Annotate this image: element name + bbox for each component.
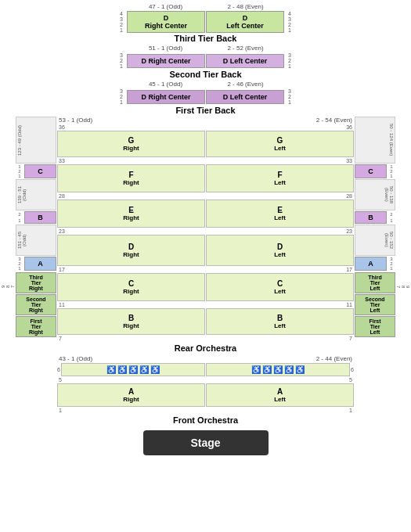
right-section-C[interactable]: C [355,164,387,178]
third-tier-rc-name: D [134,14,198,22]
section-G-right[interactable]: G Right [57,131,205,157]
left-section-A[interactable]: A [24,257,56,271]
first-tier-rc-name: D Right Center [134,93,198,101]
left-side-sections: 123 - 49 (Odd) 121 C 139 - 51 (Odd) 21 B [16,117,56,457]
rear-odd-label: 43 - 1 (Odd) [59,355,92,362]
rear-even-label: 2 - 44 (Even) [316,355,352,362]
first-tier-lc-name: D Left Center [213,93,277,101]
second-tier-even-label: 2 - 52 (Even) [207,45,285,52]
third-tier-rc-sub: Right Center [134,22,198,30]
right-section-A[interactable]: A [355,257,387,271]
main-orchestra-area: 3635343332313029282726252423222120191817… [4,117,407,457]
right-even-label-2: 50 - 138 (Even) [355,179,395,210]
wc-icon-3 [128,365,138,374]
right-side-sections: 50 - 124 (Even) C 121 50 - 138 (Even) B [355,117,395,457]
section-B-right[interactable]: B Right [57,308,205,335]
section-D-row: D Right D Left [57,235,354,266]
second-tier-right: SecondTierRight [16,294,56,315]
left-row-numbers: 3635343332313029282726252423222120191817… [4,117,15,457]
section-A-left[interactable]: A Left [206,383,354,407]
first-tier-right: FirstTierRight [16,316,56,337]
third-tier-back: 47 - 1 (Odd) 2 - 48 (Even) 4321 D Right … [4,3,407,43]
third-tier-lc-name: D [213,14,277,22]
left-odd-label-3: 151 - 45 (Odd) [16,225,56,256]
right-row-numbers: 3635343332313029282726252423222120191817… [396,117,407,457]
wc-icon-4 [139,365,149,374]
third-tier-lc-sub: Left Center [213,22,277,30]
section-E-right[interactable]: E Right [57,200,205,228]
left-odd-label-1: 123 - 49 (Odd) [16,117,56,164]
section-E-row: E Right E Left [57,200,354,228]
section-A-right[interactable]: A Right [57,383,205,407]
wheelchair-row-right [206,363,350,376]
section-B-row: B Right B Left [57,308,354,335]
first-tier-left-center: D Left Center [206,90,284,104]
wc-icon-2 [117,365,127,374]
section-E-left[interactable]: E Left [206,200,354,228]
section-F-row: F Right F Left [57,164,354,192]
right-even-label-1: 50 - 124 (Even) [355,117,395,164]
wc-icon-7 [262,365,272,374]
wc-icon-9 [284,365,294,374]
wheelchair-row-left [61,363,205,376]
first-tier-back: 45 - 1 (Odd) 2 - 46 (Even) 321 D Right C… [4,81,407,115]
second-tier-rc-name: D Right Center [134,57,198,65]
second-tier-back-label: Second Tier Back [4,70,407,79]
section-B-left[interactable]: B Left [206,308,354,335]
section-A-row: A Right A Left [57,383,354,407]
section-G-row: G Right G Left [57,131,354,157]
right-section-B[interactable]: B [355,211,387,224]
second-tier-odd-label: 51 - 1 (Odd) [127,45,205,52]
left-section-C[interactable]: C [24,164,56,178]
second-tier-lc-name: D Left Center [213,57,277,65]
second-tier-left-center: D Left Center [206,54,284,68]
third-tier-back-label: Third Tier Back [4,34,407,43]
main-even-label: 2 - 54 (Even) [316,117,352,124]
stage: Stage [143,430,269,455]
wc-icon-6 [251,365,261,374]
seating-map: 47 - 1 (Odd) 2 - 48 (Even) 4321 D Right … [0,0,411,532]
section-C-right[interactable]: C Right [57,273,205,301]
section-C-row: C Right C Left [57,273,354,301]
first-tier-even-label: 2 - 46 (Even) [207,81,285,88]
section-G-left[interactable]: G Left [206,131,354,157]
section-F-left[interactable]: F Left [206,164,354,192]
wc-icon-10 [295,365,305,374]
wc-icon-1 [106,365,116,374]
first-tier-odd-label: 45 - 1 (Odd) [127,81,205,88]
section-C-left[interactable]: C Left [206,273,354,301]
first-tier-left: FirstTierLeft [355,316,395,337]
wc-icon-5 [150,365,160,374]
section-D-left[interactable]: D Left [206,235,354,266]
third-tier-right: ThirdTierRight [16,272,56,293]
second-tier-right-center: D Right Center [127,54,205,68]
first-tier-right-center: D Right Center [127,90,205,104]
left-odd-label-2: 139 - 51 (Odd) [16,179,56,210]
third-tier-left: ThirdTierLeft [355,272,395,293]
second-tier-left: SecondTierLeft [355,294,395,315]
second-tier-back: 51 - 1 (Odd) 2 - 52 (Even) 321 D Right C… [4,45,407,79]
center-sections: 53 - 1 (Odd) 2 - 54 (Even) 3636 G Right … [57,117,354,457]
section-D-right[interactable]: D Right [57,235,205,266]
third-tier-odd-label: 47 - 1 (Odd) [127,3,205,10]
section-F-right[interactable]: F Right [57,164,205,192]
main-odd-label: 53 - 1 (Odd) [59,117,92,124]
third-tier-left-center: D Left Center [206,11,284,33]
third-tier-even-label: 2 - 48 (Even) [207,3,285,10]
left-section-B[interactable]: B [24,211,56,224]
first-tier-back-label: First Tier Back [4,106,407,115]
front-orchestra-label: Front Orchestra [57,415,354,425]
rear-orchestra-label: Rear Orchestra [57,343,354,353]
third-tier-right-center: D Right Center [127,11,205,33]
wc-icon-8 [273,365,283,374]
right-even-label-3: 50 - 152 (Even) [355,225,395,256]
